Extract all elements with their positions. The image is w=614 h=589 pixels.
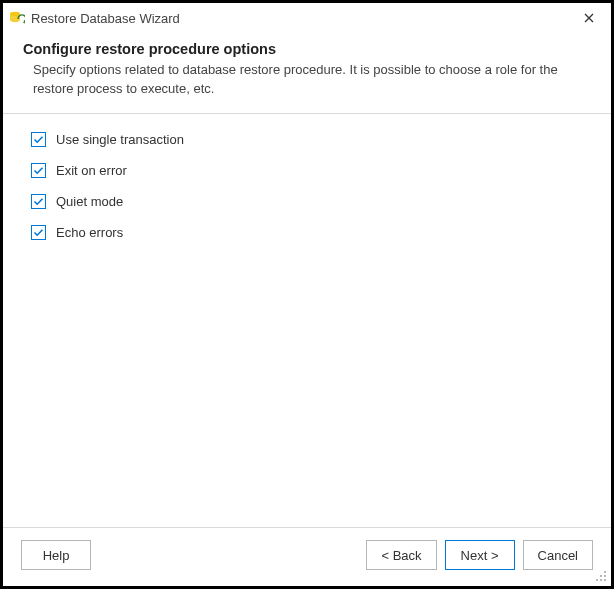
page-header: Configure restore procedure options Spec…	[3, 33, 611, 114]
option-label: Quiet mode	[56, 194, 123, 209]
option-label: Echo errors	[56, 225, 123, 240]
checkbox-icon[interactable]	[31, 132, 46, 147]
option-exit-on-error[interactable]: Exit on error	[31, 163, 583, 178]
resize-grip-icon[interactable]	[593, 568, 607, 582]
svg-point-3	[604, 575, 606, 577]
help-button[interactable]: Help	[21, 540, 91, 570]
option-quiet-mode[interactable]: Quiet mode	[31, 194, 583, 209]
window-title: Restore Database Wizard	[31, 11, 575, 26]
svg-point-4	[596, 579, 598, 581]
svg-point-1	[604, 571, 606, 573]
option-echo-errors[interactable]: Echo errors	[31, 225, 583, 240]
option-label: Use single transaction	[56, 132, 184, 147]
wizard-window: Restore Database Wizard Configure restor…	[3, 3, 611, 586]
next-button[interactable]: Next >	[445, 540, 515, 570]
option-label: Exit on error	[56, 163, 127, 178]
back-button[interactable]: < Back	[366, 540, 436, 570]
page-heading: Configure restore procedure options	[23, 41, 591, 57]
svg-point-5	[600, 579, 602, 581]
svg-point-6	[604, 579, 606, 581]
close-icon[interactable]	[575, 6, 603, 30]
svg-point-2	[600, 575, 602, 577]
checkbox-icon[interactable]	[31, 225, 46, 240]
wizard-footer: Help < Back Next > Cancel	[3, 527, 611, 586]
titlebar: Restore Database Wizard	[3, 3, 611, 33]
page-description: Specify options related to database rest…	[33, 61, 591, 99]
checkbox-icon[interactable]	[31, 163, 46, 178]
options-panel: Use single transaction Exit on error Qui…	[3, 114, 611, 527]
cancel-button[interactable]: Cancel	[523, 540, 593, 570]
database-restore-icon	[9, 10, 25, 26]
checkbox-icon[interactable]	[31, 194, 46, 209]
option-use-single-transaction[interactable]: Use single transaction	[31, 132, 583, 147]
